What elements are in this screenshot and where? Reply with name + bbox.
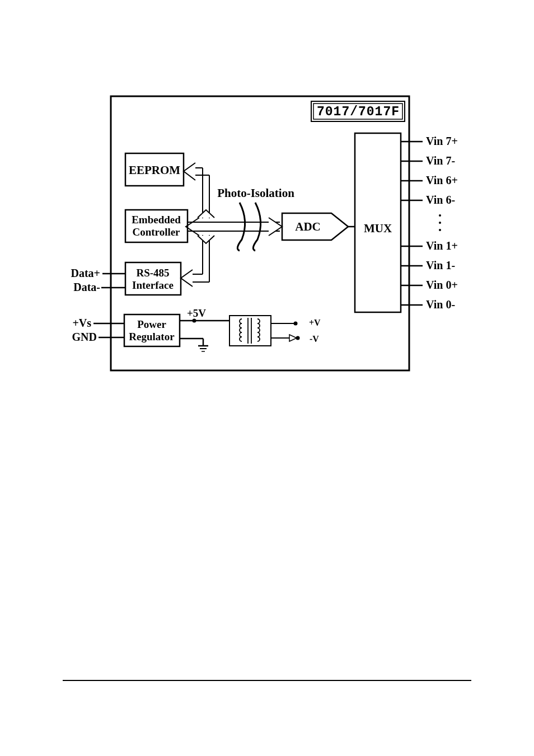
iso-curve-1 [237, 203, 245, 251]
port-vin1p: Vin 1+ [426, 240, 458, 252]
port-data-plus: Data+ [71, 267, 101, 279]
svg-point-18 [439, 222, 441, 224]
port-vin1m: Vin 1- [426, 259, 455, 271]
power-label-1: Power [137, 318, 166, 330]
node-minus-v [296, 336, 300, 340]
power-label-2: Regulator [129, 331, 175, 342]
mux-label: MUX [364, 222, 392, 235]
iso-curve-2 [253, 203, 260, 251]
iso-label: Photo-Isolation [217, 186, 294, 200]
node-5v [193, 319, 196, 323]
port-data-minus: Data- [73, 281, 100, 293]
svg-point-17 [439, 214, 441, 217]
block-diagram: 7017/7017F EEPROM Embedded Controller RS… [0, 0, 534, 756]
rs485-label-1: RS-485 [136, 267, 169, 279]
eeprom-label: EEPROM [129, 163, 180, 177]
port-vin6m: Vin 6- [426, 194, 455, 206]
transformer-box [229, 316, 271, 346]
port-vs: +Vs [72, 317, 91, 329]
five-v-label: +5V [187, 307, 206, 319]
controller-label-1: Embedded [132, 214, 181, 226]
plus-v-label: +V [309, 318, 321, 327]
title-text: 7017/7017F [317, 105, 400, 119]
node-plus-v [294, 322, 298, 326]
transformer-coils [240, 318, 260, 344]
adc-label: ADC [295, 220, 321, 233]
svg-point-19 [439, 229, 441, 231]
port-vin7p: Vin 7+ [426, 135, 458, 147]
minus-v-label: -V [310, 334, 319, 344]
rs485-label-2: Interface [132, 279, 174, 291]
port-vin7m: Vin 7- [426, 154, 455, 167]
controller-label-2: Controller [132, 226, 180, 238]
arrow-controller-adc [186, 218, 282, 236]
port-vin0m: Vin 0- [426, 298, 455, 311]
port-vin0p: Vin 0+ [426, 279, 458, 291]
port-gnd: GND [72, 331, 97, 343]
port-vin6p: Vin 6+ [426, 174, 458, 186]
arrow-minus-v [289, 335, 297, 341]
